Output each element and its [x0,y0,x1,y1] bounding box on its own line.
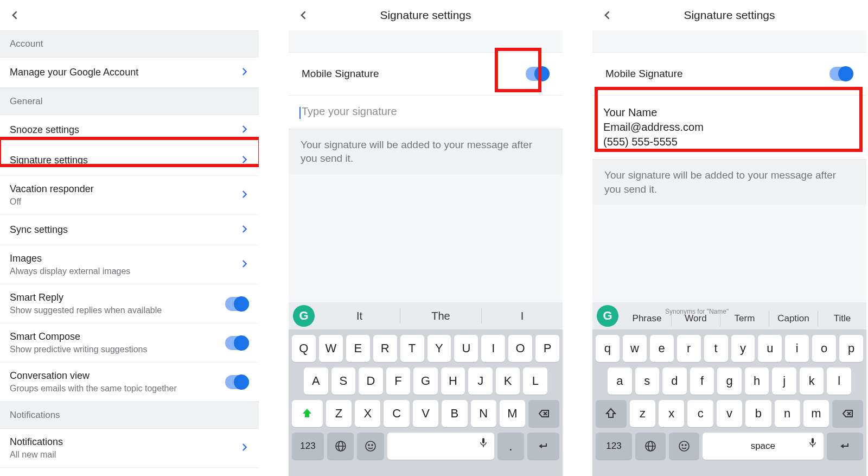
key-c[interactable]: c [687,400,713,427]
key-e[interactable]: E [346,335,370,362]
key-f[interactable]: f [690,367,714,395]
row-mobile-signature[interactable]: Mobile Signature [592,52,866,96]
key-h[interactable]: h [745,367,769,395]
key-y[interactable]: y [731,335,755,362]
toggle-conv-view[interactable] [225,375,249,389]
settings-list-pane: Account Manage your Google Account Gener… [0,0,259,476]
backspace-key[interactable] [528,400,559,427]
key-n[interactable]: n [775,400,800,427]
key-l[interactable]: l [827,367,851,395]
key-y[interactable]: Y [427,335,451,362]
key-m[interactable]: m [803,400,829,427]
emoji-key[interactable] [357,433,384,460]
space-key[interactable] [387,433,494,460]
row-smart-reply[interactable]: Smart Reply Show suggested replies when … [0,284,259,323]
svg-point-17 [685,445,686,446]
suggestion[interactable]: Title [818,311,866,326]
key-k[interactable]: K [496,367,520,395]
toggle-smart-reply[interactable] [225,297,249,311]
key-r[interactable]: r [677,335,701,362]
row-notifications[interactable]: Notifications All new mail [0,429,259,468]
toggle-smart-compose[interactable] [225,336,249,350]
key-d[interactable]: d [662,367,687,395]
row-smart-compose[interactable]: Smart Compose Show predictive writing su… [0,323,259,363]
toggle-mobile-signature[interactable] [829,67,853,81]
toggle-mobile-signature[interactable] [526,67,550,81]
key-l[interactable]: L [523,367,547,395]
backspace-key[interactable] [832,400,863,427]
suggestion[interactable]: Phrase [623,311,671,326]
key-c[interactable]: C [384,400,409,427]
row-mobile-signature[interactable]: Mobile Signature [289,52,563,96]
globe-key[interactable] [635,433,666,460]
return-key[interactable] [527,433,559,460]
key-o[interactable]: o [812,335,836,362]
grammarly-icon[interactable]: G [293,305,315,327]
key-e[interactable]: e [650,335,674,362]
key-t[interactable]: t [704,335,728,362]
shift-key[interactable] [596,400,627,427]
key-q[interactable]: q [596,335,620,362]
back-button[interactable] [8,8,23,23]
space-key[interactable]: space [703,433,824,460]
numbers-key[interactable]: 123 [596,433,632,460]
globe-key[interactable] [327,433,354,460]
key-t[interactable]: T [400,335,424,362]
row-vacation[interactable]: Vacation responder Off [0,176,259,215]
signature-input[interactable]: Type your signature [289,96,563,129]
key-k[interactable]: k [800,367,824,395]
emoji-key[interactable] [669,433,699,460]
grammarly-icon[interactable]: G [597,305,618,327]
key-p[interactable]: P [535,335,559,362]
chevron-right-icon [239,442,249,454]
key-z[interactable]: Z [326,400,352,427]
key-u[interactable]: U [454,335,478,362]
numbers-key[interactable]: 123 [292,433,324,460]
key-x[interactable]: x [659,400,684,427]
key-a[interactable]: A [304,367,328,395]
key-f[interactable]: F [386,367,411,395]
row-sync[interactable]: Sync settings [0,215,259,245]
key-b[interactable]: b [745,400,771,427]
row-signature[interactable]: Signature settings [0,145,259,176]
key-i[interactable]: i [785,335,809,362]
signature-input[interactable]: Your Name Email@address.com (555) 555-55… [592,96,866,160]
row-conv-view[interactable]: Conversation view Groups emails with the… [0,363,259,402]
key-z[interactable]: z [630,400,655,427]
key-g[interactable]: g [717,367,742,395]
key-m[interactable]: M [500,400,525,427]
key-v[interactable]: V [413,400,438,427]
key-g[interactable]: G [413,367,438,395]
key-o[interactable]: O [508,335,532,362]
row-images[interactable]: Images Always display external images [0,245,259,284]
key-x[interactable]: X [355,400,380,427]
suggestion[interactable]: Caption [769,311,818,326]
suggestion[interactable]: It [319,308,400,323]
key-h[interactable]: H [441,367,465,395]
key-s[interactable]: s [635,367,660,395]
key-i[interactable]: I [481,335,505,362]
key-u[interactable]: u [758,335,782,362]
key-j[interactable]: J [468,367,493,395]
key-v[interactable]: v [717,400,742,427]
key-b[interactable]: B [442,400,467,427]
row-manage-account[interactable]: Manage your Google Account [0,58,259,88]
key-j[interactable]: j [772,367,796,395]
key-r[interactable]: R [373,335,397,362]
key-a[interactable]: a [608,367,632,395]
key-d[interactable]: D [359,367,383,395]
return-key[interactable] [827,433,863,460]
key-w[interactable]: W [319,335,343,362]
suggestion[interactable]: I [481,308,563,323]
row-snooze[interactable]: Snooze settings [0,115,259,145]
key-p[interactable]: p [839,335,863,362]
key-s[interactable]: S [331,367,356,395]
shift-key[interactable] [292,400,323,427]
period-key[interactable]: . [497,433,524,460]
mic-icon [477,436,490,452]
svg-point-15 [679,441,689,451]
key-n[interactable]: N [471,400,496,427]
key-w[interactable]: w [623,335,647,362]
suggestion[interactable]: The [400,308,481,323]
key-q[interactable]: Q [292,335,316,362]
